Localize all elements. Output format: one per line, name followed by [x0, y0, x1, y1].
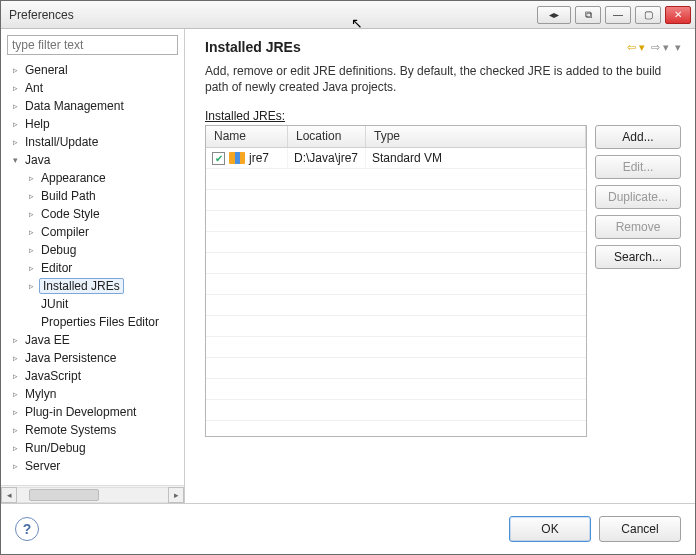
tree-item[interactable]: ▹Run/Debug — [3, 439, 182, 457]
tree-item-label: Properties Files Editor — [39, 315, 161, 329]
close-button[interactable]: ✕ — [665, 6, 691, 24]
scroll-right-button[interactable]: ▸ — [168, 487, 184, 503]
jre-checkbox[interactable]: ✔ — [212, 152, 225, 165]
col-name[interactable]: Name — [206, 126, 288, 147]
add-button[interactable]: Add... — [595, 125, 681, 149]
view-menu-button[interactable]: ▾ — [675, 41, 681, 54]
remove-button[interactable]: Remove — [595, 215, 681, 239]
maximize-button[interactable]: ▢ — [635, 6, 661, 24]
window-title: Preferences — [9, 8, 537, 22]
scroll-left-button[interactable]: ◂ — [1, 487, 17, 503]
tree-item[interactable]: ▹Debug — [3, 241, 182, 259]
empty-row — [206, 169, 586, 190]
tree-item[interactable]: ▹JavaScript — [3, 367, 182, 385]
col-location[interactable]: Location — [288, 126, 366, 147]
filter-input[interactable] — [7, 35, 178, 55]
forward-button[interactable]: ⇨ ▾ — [651, 41, 669, 54]
toggle-tree-button[interactable]: ◂▸ — [537, 6, 571, 24]
table-header: Name Location Type — [206, 126, 586, 148]
preferences-tree[interactable]: ▹General▹Ant▹Data Management▹Help▹Instal… — [1, 61, 184, 485]
tree-item[interactable]: ▹Compiler — [3, 223, 182, 241]
ok-button[interactable]: OK — [509, 516, 591, 542]
cancel-button[interactable]: Cancel — [599, 516, 681, 542]
tree-item[interactable]: ▹Build Path — [3, 187, 182, 205]
restore-view-button[interactable]: ⧉ — [575, 6, 601, 24]
tree-item[interactable]: ▹Data Management — [3, 97, 182, 115]
tree-item[interactable]: ▹Mylyn — [3, 385, 182, 403]
tree-item[interactable]: ▹JUnit — [3, 295, 182, 313]
tree-item-label: Help — [23, 117, 52, 131]
tree-item[interactable]: ▹Ant — [3, 79, 182, 97]
jre-table[interactable]: Name Location Type ✔jre7D:\Java\jre7Stan… — [205, 125, 587, 437]
empty-row — [206, 295, 586, 316]
empty-row — [206, 421, 586, 436]
empty-row — [206, 190, 586, 211]
chevron-right-icon[interactable]: ▹ — [9, 442, 21, 454]
chevron-right-icon[interactable]: ▹ — [9, 406, 21, 418]
chevron-right-icon[interactable]: ▹ — [25, 280, 37, 292]
chevron-right-icon[interactable]: ▹ — [9, 64, 21, 76]
scroll-track[interactable] — [17, 487, 168, 503]
empty-row — [206, 400, 586, 421]
tree-item[interactable]: ▹Java EE — [3, 331, 182, 349]
chevron-right-icon[interactable]: ▹ — [25, 244, 37, 256]
table-row[interactable]: ✔jre7D:\Java\jre7Standard VM — [206, 148, 586, 169]
horizontal-scrollbar[interactable]: ◂ ▸ — [1, 485, 184, 503]
empty-row — [206, 232, 586, 253]
preferences-window: ↖ Preferences ◂▸ ⧉ — ▢ ✕ ▹General▹Ant▹Da… — [0, 0, 696, 555]
tree-item-label: Data Management — [23, 99, 126, 113]
tree-item[interactable]: ▹Help — [3, 115, 182, 133]
tree-item[interactable]: ▹Install/Update — [3, 133, 182, 151]
table-body: ✔jre7D:\Java\jre7Standard VM — [206, 148, 586, 436]
tree-item[interactable]: ▹Installed JREs — [3, 277, 182, 295]
chevron-right-icon[interactable]: ▹ — [25, 262, 37, 274]
empty-row — [206, 337, 586, 358]
scroll-thumb[interactable] — [29, 489, 99, 501]
back-button[interactable]: ⇦ ▾ — [627, 41, 645, 54]
chevron-right-icon[interactable]: ▹ — [9, 100, 21, 112]
tree-item[interactable]: ▾Java — [3, 151, 182, 169]
chevron-right-icon[interactable]: ▹ — [9, 424, 21, 436]
tree-item-label: Java EE — [23, 333, 72, 347]
tree-item[interactable]: ▹Plug-in Development — [3, 403, 182, 421]
chevron-right-icon[interactable]: ▹ — [9, 136, 21, 148]
tree-item-label: Java Persistence — [23, 351, 118, 365]
chevron-right-icon[interactable]: ▹ — [25, 190, 37, 202]
search-button[interactable]: Search... — [595, 245, 681, 269]
chevron-right-icon[interactable]: ▹ — [25, 208, 37, 220]
duplicate-button[interactable]: Duplicate... — [595, 185, 681, 209]
minimize-button[interactable]: — — [605, 6, 631, 24]
chevron-right-icon[interactable]: ▹ — [9, 334, 21, 346]
chevron-right-icon[interactable]: ▹ — [9, 118, 21, 130]
list-area: Name Location Type ✔jre7D:\Java\jre7Stan… — [205, 125, 681, 437]
tree-item-label: Server — [23, 459, 62, 473]
chevron-right-icon[interactable]: ▹ — [9, 82, 21, 94]
help-button[interactable]: ? — [15, 517, 39, 541]
chevron-right-icon[interactable]: ▹ — [9, 388, 21, 400]
chevron-right-icon[interactable]: ▹ — [9, 352, 21, 364]
tree-item-label: Java — [23, 153, 52, 167]
chevron-right-icon[interactable]: ▹ — [9, 460, 21, 472]
tree-item[interactable]: ▹Remote Systems — [3, 421, 182, 439]
col-type[interactable]: Type — [366, 126, 586, 147]
tree-item[interactable]: ▹Properties Files Editor — [3, 313, 182, 331]
chevron-right-icon[interactable]: ▹ — [25, 226, 37, 238]
tree-item[interactable]: ▹Appearance — [3, 169, 182, 187]
tree-item-label: General — [23, 63, 70, 77]
tree-item[interactable]: ▹Server — [3, 457, 182, 475]
tree-item[interactable]: ▹Code Style — [3, 205, 182, 223]
edit-button[interactable]: Edit... — [595, 155, 681, 179]
button-column: Add... Edit... Duplicate... Remove Searc… — [595, 125, 681, 437]
tree-item[interactable]: ▹General — [3, 61, 182, 79]
titlebar: Preferences ◂▸ ⧉ — ▢ ✕ — [1, 1, 695, 29]
footer: ? OK Cancel — [1, 504, 695, 554]
chevron-right-icon[interactable]: ▹ — [25, 172, 37, 184]
jre-icon — [229, 152, 245, 164]
tree-item[interactable]: ▹Editor — [3, 259, 182, 277]
tree-item-label: JUnit — [39, 297, 70, 311]
empty-row — [206, 253, 586, 274]
tree-item[interactable]: ▹Java Persistence — [3, 349, 182, 367]
chevron-down-icon[interactable]: ▾ — [9, 154, 21, 166]
empty-row — [206, 211, 586, 232]
chevron-right-icon[interactable]: ▹ — [9, 370, 21, 382]
